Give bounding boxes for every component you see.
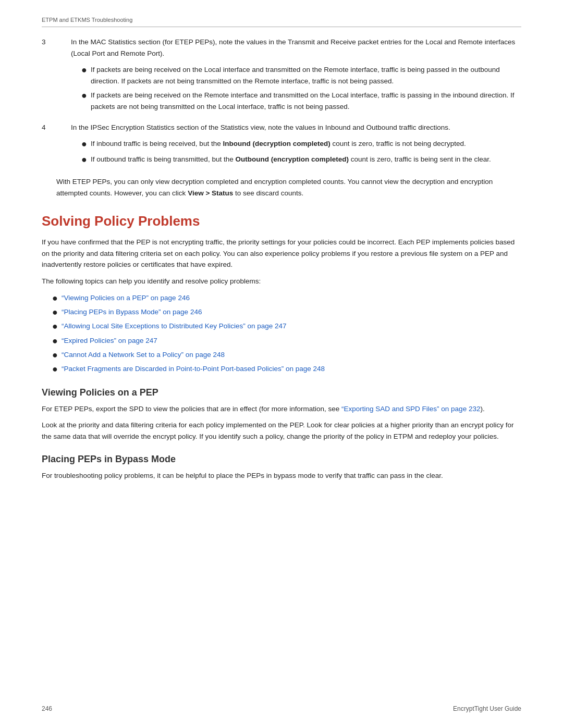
link-placing-peps[interactable]: “Placing PEPs in Bypass Mode” on page 24…: [62, 306, 202, 318]
link-viewing-policies[interactable]: “Viewing Policies on a PEP” on page 246: [62, 292, 190, 304]
breadcrumb: ETPM and ETKMS Troubleshooting: [42, 17, 132, 23]
bullet-dot: ●: [52, 335, 62, 347]
solving-section: Solving Policy Problems If you have conf…: [42, 213, 521, 376]
bullet-dot: ●: [52, 306, 62, 318]
num-label-4: 4: [42, 122, 56, 133]
link-item-4: ● “Expired Policies” on page 247: [52, 335, 521, 347]
bullet-dot: ●: [52, 320, 62, 332]
bullet-dot: ●: [52, 349, 62, 361]
link-item-3: ● “Allowing Local Site Exceptions to Dis…: [52, 320, 521, 332]
link-packet-fragments[interactable]: “Packet Fragments are Discarded in Point…: [62, 363, 325, 375]
bullet-dot: ●: [81, 154, 91, 166]
page-container: ETPM and ETKMS Troubleshooting 3 In the …: [0, 0, 563, 517]
link-item-6: ● “Packet Fragments are Discarded in Poi…: [52, 363, 521, 375]
bullet-text: If packets are being received on the Loc…: [91, 64, 521, 87]
bullet-item: ● If inbound traffic is being received, …: [81, 138, 491, 150]
link-item-1: ● “Viewing Policies on a PEP” on page 24…: [52, 292, 521, 304]
item-3-text: In the MAC Statistics section (for ETEP …: [71, 36, 521, 59]
footer-page-number: 246: [42, 705, 52, 712]
topics-intro: The following topics can help you identi…: [42, 276, 521, 287]
item-4-text: In the IPSec Encryption Statistics secti…: [71, 122, 491, 133]
placing-heading: Placing PEPs in Bypass Mode: [42, 454, 521, 465]
viewing-heading: Viewing Policies on a PEP: [42, 387, 521, 398]
bullet-item: ● If outbound traffic is being transmitt…: [81, 154, 491, 166]
policy-links-list: ● “Viewing Policies on a PEP” on page 24…: [42, 292, 521, 376]
bullet-text: If packets are being received on the Rem…: [91, 90, 521, 112]
view-status-bold: View > Status: [188, 189, 233, 197]
viewing-para1: For ETEP PEPs, export the SPD to view th…: [42, 403, 521, 415]
bullet-dot: ●: [52, 292, 62, 304]
bullet-text-inbound: If inbound traffic is being received, bu…: [91, 138, 491, 150]
footer-bar: 246 EncryptTight User Guide: [42, 705, 521, 712]
solving-heading: Solving Policy Problems: [42, 213, 521, 229]
note-block: With ETEP PEPs, you can only view decryp…: [42, 176, 521, 199]
bold-outbound: Outbound (encryption completed): [235, 155, 349, 163]
bullet-item: ● If packets are being received on the R…: [81, 90, 521, 112]
bullet-item: ● If packets are being received on the L…: [81, 64, 521, 87]
placing-para1: For troubleshooting policy problems, it …: [42, 470, 521, 482]
bold-inbound: Inbound (decryption completed): [223, 140, 330, 147]
item-3-content: In the MAC Statistics section (for ETEP …: [56, 36, 521, 118]
header-bar: ETPM and ETKMS Troubleshooting: [42, 16, 521, 27]
item-3-bullets: ● If packets are being received on the L…: [71, 64, 521, 112]
numbered-item-3: 3 In the MAC Statistics section (for ETE…: [42, 36, 521, 118]
viewing-section: Viewing Policies on a PEP For ETEP PEPs,…: [42, 387, 521, 442]
viewing-para2: Look at the priority and data filtering …: [42, 419, 521, 442]
bullet-dot: ●: [52, 363, 62, 375]
num-label-3: 3: [42, 36, 56, 48]
bullet-text-outbound: If outbound traffic is being transmitted…: [91, 154, 491, 165]
numbered-item-4: 4 In the IPSec Encryption Statistics sec…: [42, 122, 521, 171]
exporting-link[interactable]: “Exporting SAD and SPD Files” on page 23…: [341, 405, 480, 413]
link-local-site[interactable]: “Allowing Local Site Exceptions to Distr…: [62, 320, 287, 332]
link-item-2: ● “Placing PEPs in Bypass Mode” on page …: [52, 306, 521, 318]
solving-intro: If you have confirmed that the PEP is no…: [42, 237, 521, 270]
item-4-bullets: ● If inbound traffic is being received, …: [71, 138, 491, 166]
bullet-dot: ●: [81, 64, 91, 76]
link-item-5: ● “Cannot Add a Network Set to a Policy”…: [52, 349, 521, 361]
bullet-dot: ●: [81, 138, 91, 150]
note-paragraph: With ETEP PEPs, you can only view decryp…: [56, 176, 521, 199]
link-cannot-add[interactable]: “Cannot Add a Network Set to a Policy” o…: [62, 349, 225, 361]
item-4-content: In the IPSec Encryption Statistics secti…: [56, 122, 491, 171]
placing-section: Placing PEPs in Bypass Mode For troubles…: [42, 454, 521, 482]
bullet-dot: ●: [81, 90, 91, 102]
numbered-list: 3 In the MAC Statistics section (for ETE…: [42, 36, 521, 171]
footer-product-name: EncryptTight User Guide: [453, 705, 521, 712]
link-expired-policies[interactable]: “Expired Policies” on page 247: [62, 335, 157, 347]
